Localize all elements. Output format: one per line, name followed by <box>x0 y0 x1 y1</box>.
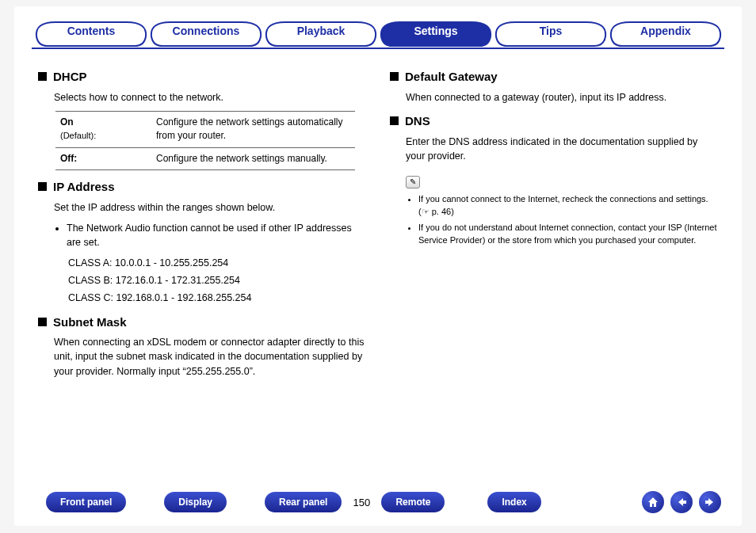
dns-note-1: If you do not understand about Internet … <box>418 222 718 247</box>
page-number: 150 <box>342 497 381 508</box>
display-button[interactable]: Display <box>164 492 227 512</box>
tab-playback[interactable]: Playback <box>262 19 380 48</box>
ip-class-a: CLASS A: 10.0.0.1 - 10.255.255.254 <box>68 256 366 270</box>
remote-button[interactable]: Remote <box>381 492 445 512</box>
dhcp-desc: Selects how to connect to the network. <box>54 90 366 105</box>
heading-ip: IP Address <box>38 178 366 196</box>
dhcp-row1-val: Configure the network settings manually. <box>151 147 355 169</box>
ip-desc: Set the IP address within the ranges sho… <box>54 200 366 215</box>
tab-contents[interactable]: Contents <box>32 19 151 48</box>
tab-tips[interactable]: Tips <box>491 19 610 48</box>
heading-gateway: Default Gateway <box>390 68 718 86</box>
tab-settings[interactable]: Settings <box>376 19 495 48</box>
dns-note-0: If you cannot connect to the Internet, r… <box>418 193 718 219</box>
dns-desc: Enter the DNS address indicated in the d… <box>406 135 718 163</box>
heading-dns: DNS <box>390 112 718 130</box>
subnet-desc: When connecting an xDSL modem or connect… <box>54 335 366 378</box>
tab-connections[interactable]: Connections <box>147 19 265 48</box>
front-panel-button[interactable]: Front panel <box>46 492 126 512</box>
home-icon[interactable] <box>642 491 664 513</box>
dhcp-table: On (Default): Configure the network sett… <box>55 111 355 170</box>
ip-class-c: CLASS C: 192.168.0.1 - 192.168.255.254 <box>68 291 366 305</box>
ip-class-b: CLASS B: 172.16.0.1 - 172.31.255.254 <box>68 273 366 287</box>
pencil-note-icon: ✎ <box>406 176 420 188</box>
prev-page-icon[interactable] <box>670 491 693 513</box>
dhcp-row0-keynote: (Default): <box>60 131 96 140</box>
next-page-icon[interactable] <box>699 491 721 513</box>
heading-subnet: Subnet Mask <box>38 314 366 331</box>
tab-appendix[interactable]: Appendix <box>606 19 725 48</box>
rear-panel-button[interactable]: Rear panel <box>265 492 342 512</box>
heading-dhcp: DHCP <box>38 68 366 86</box>
top-tabs: Contents Connections Playback Settings T… <box>32 16 724 49</box>
index-button[interactable]: Index <box>487 492 540 512</box>
dhcp-row1-key: Off: <box>60 153 77 164</box>
dhcp-row0-key: On <box>60 116 74 128</box>
ip-bullet: The Network Audio function cannot be use… <box>67 221 366 249</box>
dhcp-row0-val: Configure the network settings automatic… <box>151 111 355 147</box>
gateway-desc: When connected to a gateway (router), in… <box>406 90 718 105</box>
